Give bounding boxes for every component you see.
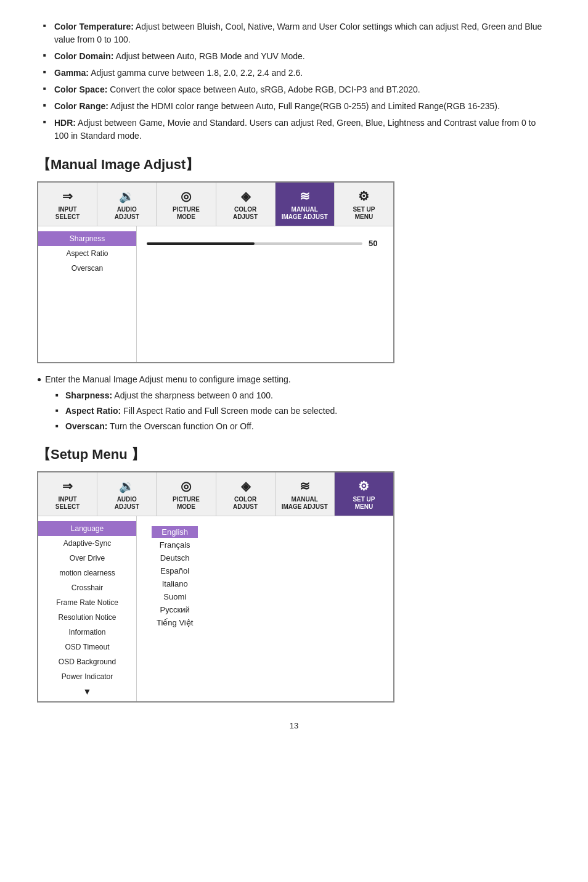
setup-tab-color-adjust[interactable]: ◈ COLOR ADJUST	[216, 472, 276, 516]
setup-tab-input-label2: SELECT	[41, 503, 94, 511]
tab-setup-menu[interactable]: ⚙ SET UP MENU	[335, 183, 393, 226]
sharpness-slider-row: 50	[147, 239, 383, 248]
manual-section-title: 【Manual Image Adjust】	[37, 155, 551, 174]
setup-menu-language[interactable]: Language	[38, 521, 136, 536]
setup-tab-picture-label2: MODE	[159, 503, 213, 511]
manual-image-icon: ≋	[278, 189, 332, 204]
setup-menu-power-indicator[interactable]: Power Indicator	[38, 669, 136, 684]
setup-tab-picture-mode[interactable]: ◎ PICTURE MODE	[157, 472, 216, 516]
manual-main-bullet-text: Enter the Manual Image Adjust menu to co…	[45, 374, 290, 384]
setup-menu-frame-rate-notice[interactable]: Frame Rate Notice	[38, 595, 136, 610]
tab-input-label2: SELECT	[41, 213, 94, 221]
setup-menu-information[interactable]: Information	[38, 625, 136, 640]
sharpness-value: 50	[369, 239, 383, 248]
menu-item-overscan[interactable]: Overscan	[38, 261, 136, 276]
tab-manual-label2: IMAGE ADJUST	[278, 213, 332, 221]
setup-color-adjust-icon: ◈	[219, 479, 272, 493]
tab-audio-label2: ADJUST	[100, 213, 153, 221]
setup-tab-audio-label2: ADJUST	[100, 503, 153, 511]
tab-color-adjust[interactable]: ◈ COLOR ADJUST	[216, 183, 276, 226]
setup-audio-adjust-icon: 🔉	[100, 479, 153, 493]
setup-tab-input-select[interactable]: ⇒ INPUT SELECT	[38, 472, 97, 516]
tab-manual-image-adjust[interactable]: ≋ MANUAL IMAGE ADJUST	[276, 183, 335, 226]
tab-picture-label1: PICTURE	[159, 206, 213, 213]
lang-francais[interactable]: Français	[150, 539, 200, 551]
setup-menu-osd-background[interactable]: OSD Background	[38, 654, 136, 669]
menu-item-aspect-ratio[interactable]: Aspect Ratio	[38, 246, 136, 261]
language-list: English Français Deutsch Español Italian…	[147, 524, 203, 631]
tab-input-label1: INPUT	[41, 206, 94, 213]
tab-color-label1: COLOR	[219, 206, 272, 213]
manual-content-area: 50	[137, 226, 393, 362]
lang-english[interactable]: English	[152, 526, 198, 538]
setup-menu-resolution-notice[interactable]: Resolution Notice	[38, 610, 136, 625]
tab-color-label2: ADJUST	[219, 213, 272, 221]
setup-tab-setup-label1: SET UP	[337, 496, 391, 503]
setup-osd-body: Language Adaptive-Sync Over Drive motion…	[38, 516, 393, 701]
manual-osd-tabs: ⇒ INPUT SELECT 🔉 AUDIO ADJUST ◎ PICTURE …	[38, 183, 393, 226]
setup-tab-audio-label1: AUDIO	[100, 496, 153, 503]
lang-espanol[interactable]: Español	[150, 565, 199, 577]
setup-tab-audio-adjust[interactable]: 🔉 AUDIO ADJUST	[97, 472, 157, 516]
setup-tab-input-label1: INPUT	[41, 496, 94, 503]
setup-tab-manual-label1: MANUAL	[278, 496, 332, 503]
setup-setup-menu-icon: ⚙	[337, 479, 391, 493]
setup-menu-crosshair[interactable]: Crosshair	[38, 580, 136, 595]
color-adjust-icon: ◈	[219, 189, 272, 204]
tab-setup-label1: SET UP	[337, 206, 391, 213]
top-bullet-list: Color Temperature: Adjust between Bluish…	[37, 19, 551, 144]
setup-tab-setup-menu[interactable]: ⚙ SET UP MENU	[335, 472, 393, 516]
input-select-icon: ⇒	[41, 189, 94, 204]
bullet-color-temp: Color Temperature: Adjust between Bluish…	[43, 19, 551, 48]
sharpness-slider-fill	[147, 242, 255, 245]
sub-bullet-sharpness: Sharpness: Adjust the sharpness between …	[55, 388, 551, 403]
sharpness-slider-track[interactable]	[147, 242, 362, 245]
bullet-color-range: Color Range: Adjust the HDMI color range…	[43, 98, 551, 115]
audio-adjust-icon: 🔉	[100, 189, 153, 204]
lang-italiano[interactable]: Italiano	[152, 578, 198, 590]
setup-menu-list: Language Adaptive-Sync Over Drive motion…	[38, 516, 137, 701]
sub-bullet-overscan: Overscan: Turn the Overscan function On …	[55, 419, 551, 434]
lang-russian[interactable]: Русский	[150, 604, 200, 616]
lang-deutsch[interactable]: Deutsch	[150, 552, 200, 564]
bullet-hdr: HDR: Adjust between Game, Movie and Stan…	[43, 115, 551, 144]
setup-picture-mode-icon: ◎	[159, 479, 213, 493]
setup-input-select-icon: ⇒	[41, 479, 94, 493]
tab-audio-label1: AUDIO	[100, 206, 153, 213]
tab-picture-label2: MODE	[159, 213, 213, 221]
tab-manual-label1: MANUAL	[278, 206, 332, 213]
manual-menu-list: Sharpness Aspect Ratio Overscan	[38, 226, 137, 362]
tab-picture-mode[interactable]: ◎ PICTURE MODE	[157, 183, 216, 226]
setup-manual-image-icon: ≋	[278, 479, 332, 493]
manual-main-bullet: Enter the Manual Image Adjust menu to co…	[37, 374, 551, 384]
lang-vietnamese[interactable]: Tiếng Việt	[147, 617, 203, 629]
sub-bullet-aspect-ratio: Aspect Ratio: Fill Aspect Ratio and Full…	[55, 403, 551, 419]
setup-tab-color-label1: COLOR	[219, 496, 272, 503]
menu-item-sharpness[interactable]: Sharpness	[38, 231, 136, 246]
setup-tab-manual-image-adjust[interactable]: ≋ MANUAL IMAGE ADJUST	[276, 472, 335, 516]
picture-mode-icon: ◎	[159, 189, 213, 204]
tab-audio-adjust[interactable]: 🔉 AUDIO ADJUST	[97, 183, 157, 226]
setup-tab-setup-label2: MENU	[337, 503, 391, 511]
tab-input-select[interactable]: ⇒ INPUT SELECT	[38, 183, 97, 226]
setup-scroll-down-indicator: ▼	[38, 686, 136, 696]
setup-menu-motion-clearness[interactable]: motion clearness	[38, 566, 136, 580]
manual-bullets-section: Enter the Manual Image Adjust menu to co…	[37, 374, 551, 434]
setup-menu-adaptive-sync[interactable]: Adaptive-Sync	[38, 536, 136, 551]
setup-osd-container: ⇒ INPUT SELECT 🔉 AUDIO ADJUST ◎ PICTURE …	[37, 471, 394, 703]
lang-suomi[interactable]: Suomi	[153, 591, 196, 603]
bullet-color-domain: Color Domain: Adjust between Auto, RGB M…	[43, 48, 551, 65]
setup-menu-over-drive[interactable]: Over Drive	[38, 551, 136, 566]
manual-osd-body: Sharpness Aspect Ratio Overscan 50	[38, 226, 393, 362]
setup-menu-osd-timeout[interactable]: OSD Timeout	[38, 640, 136, 654]
manual-sub-bullets: Sharpness: Adjust the sharpness between …	[37, 388, 551, 434]
setup-section-title: 【Setup Menu 】	[37, 445, 551, 464]
tab-setup-label2: MENU	[337, 213, 391, 221]
bullet-color-space: Color Space: Convert the color space bet…	[43, 81, 551, 98]
setup-tab-manual-label2: IMAGE ADJUST	[278, 503, 332, 511]
setup-menu-icon: ⚙	[337, 189, 391, 204]
setup-osd-tabs: ⇒ INPUT SELECT 🔉 AUDIO ADJUST ◎ PICTURE …	[38, 472, 393, 516]
bullet-gamma: Gamma: Adjust gamma curve between 1.8, 2…	[43, 65, 551, 81]
page-number: 13	[37, 721, 551, 730]
setup-tab-color-label2: ADJUST	[219, 503, 272, 511]
